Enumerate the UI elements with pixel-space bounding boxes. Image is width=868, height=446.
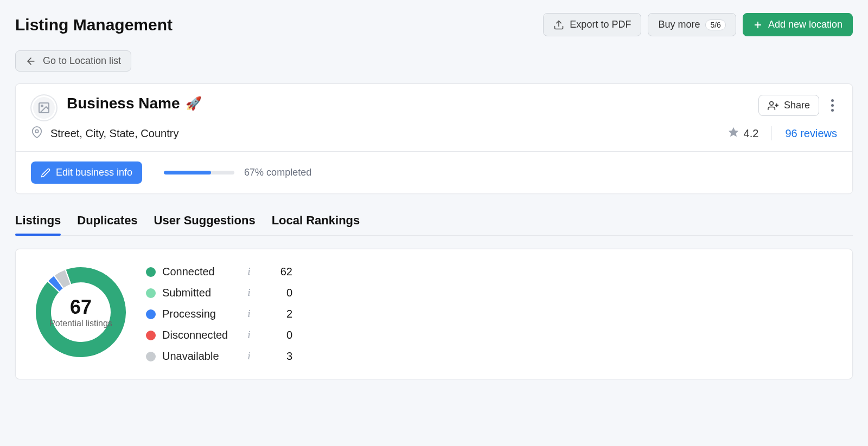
svg-point-9 <box>35 130 39 133</box>
legend-dot <box>146 309 156 319</box>
legend-label: Connected <box>162 266 238 278</box>
export-pdf-label: Export to PDF <box>570 19 631 30</box>
progress-block: 67% completed <box>164 167 311 178</box>
more-menu-button[interactable] <box>828 96 837 115</box>
add-location-label: Add new location <box>768 19 843 30</box>
svg-point-6 <box>770 101 774 105</box>
back-label: Go to Location list <box>43 55 121 67</box>
info-icon[interactable]: i <box>245 329 253 341</box>
share-label: Share <box>784 100 810 111</box>
page-title: Listing Management <box>15 16 537 34</box>
tabs: ListingsDuplicatesUser SuggestionsLocal … <box>15 214 853 236</box>
business-address: Street, City, State, Country <box>50 127 720 140</box>
legend-dot <box>146 352 156 361</box>
legend-label: Processing <box>162 308 238 320</box>
separator <box>771 126 772 140</box>
progress-fill <box>164 171 211 174</box>
legend-label: Unavailable <box>162 350 238 363</box>
progress-bar <box>164 171 234 174</box>
rating-value: 4.2 <box>744 127 759 140</box>
back-to-location-list-button[interactable]: Go to Location list <box>15 50 131 72</box>
star-icon <box>727 126 739 140</box>
legend-value: 0 <box>260 329 292 341</box>
legend-label: Submitted <box>162 287 238 299</box>
legend-row-unavailable: Unavailablei3 <box>146 350 292 363</box>
buy-more-label: Buy more <box>658 19 700 30</box>
reviews-link[interactable]: 96 reviews <box>785 127 837 140</box>
legend-dot <box>146 288 156 298</box>
legend-label: Disconnected <box>162 329 238 341</box>
info-icon[interactable]: i <box>245 308 253 320</box>
rating-block: 4.2 <box>727 126 759 140</box>
legend-value: 62 <box>260 266 292 278</box>
location-pin-icon <box>31 126 43 140</box>
tab-duplicates[interactable]: Duplicates <box>77 214 137 235</box>
share-icon <box>768 100 778 111</box>
tab-local-rankings[interactable]: Local Rankings <box>272 214 360 235</box>
tab-listings[interactable]: Listings <box>15 214 61 235</box>
svg-marker-10 <box>728 127 738 137</box>
info-icon[interactable]: i <box>245 266 253 277</box>
listings-summary-card: 67 Potential listings Connectedi62Submit… <box>15 249 853 379</box>
buy-more-count-badge: 5/6 <box>705 20 725 30</box>
legend-value: 3 <box>260 350 292 363</box>
legend-dot <box>146 267 156 277</box>
donut-label: Potential listings <box>49 319 112 328</box>
arrow-left-icon <box>25 56 36 67</box>
potential-listings-donut: 67 Potential listings <box>32 263 130 361</box>
progress-label: 67% completed <box>244 167 311 178</box>
business-image-placeholder-icon <box>31 95 57 121</box>
legend-value: 0 <box>260 287 292 299</box>
info-icon[interactable]: i <box>245 287 253 299</box>
export-pdf-button[interactable]: Export to PDF <box>543 13 641 36</box>
legend-row-submitted: Submittedi0 <box>146 287 292 299</box>
listings-legend: Connectedi62Submittedi0Processingi2Disco… <box>146 263 292 363</box>
edit-business-info-label: Edit business info <box>56 167 132 178</box>
share-button[interactable]: Share <box>758 95 819 116</box>
edit-business-info-button[interactable]: Edit business info <box>31 161 142 184</box>
pencil-icon <box>41 168 50 178</box>
legend-row-processing: Processingi2 <box>146 308 292 320</box>
legend-dot <box>146 331 156 340</box>
info-icon[interactable]: i <box>245 351 253 362</box>
legend-row-disconnected: Disconnectedi0 <box>146 329 292 341</box>
business-card: Business Name 🚀 Share Street, City, Stat… <box>15 83 853 194</box>
business-emoji: 🚀 <box>186 96 202 111</box>
buy-more-button[interactable]: Buy more 5/6 <box>648 13 736 36</box>
legend-value: 2 <box>260 308 292 320</box>
export-icon <box>553 20 564 30</box>
plus-icon <box>753 20 763 30</box>
donut-total: 67 <box>70 296 92 319</box>
add-location-button[interactable]: Add new location <box>743 13 853 36</box>
tab-user-suggestions[interactable]: User Suggestions <box>154 214 256 235</box>
business-name: Business Name <box>67 95 180 112</box>
svg-point-5 <box>41 105 43 107</box>
legend-row-connected: Connectedi62 <box>146 266 292 278</box>
